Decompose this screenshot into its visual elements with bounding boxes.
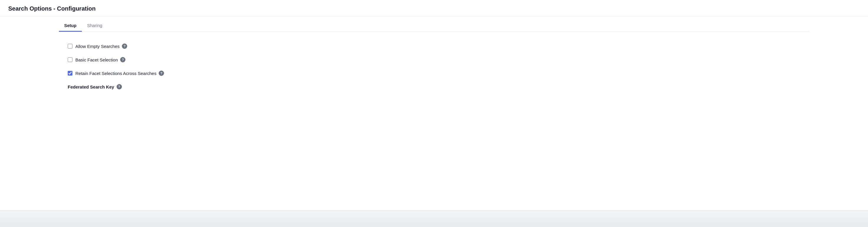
- basic-facet-selection-help-icon[interactable]: ?: [120, 57, 125, 62]
- federated-search-key-help-icon[interactable]: ?: [117, 84, 122, 89]
- retain-facet-selections-row: Retain Facet Selections Across Searches …: [68, 71, 800, 76]
- retain-facet-selections-checkbox[interactable]: [68, 71, 72, 76]
- footer-bar: [0, 211, 868, 227]
- allow-empty-searches-row: Allow Empty Searches ?: [68, 43, 800, 49]
- federated-search-key-row: Federated Search Key ?: [68, 84, 800, 89]
- allow-empty-searches-checkbox[interactable]: [68, 44, 72, 48]
- allow-empty-searches-help-icon[interactable]: ?: [122, 43, 127, 49]
- basic-facet-selection-checkbox[interactable]: [68, 57, 72, 62]
- retain-facet-selections-help-icon[interactable]: ?: [159, 71, 164, 76]
- allow-empty-searches-label: Allow Empty Searches: [75, 44, 120, 49]
- tab-sharing[interactable]: Sharing: [82, 20, 108, 32]
- federated-search-key-label: Federated Search Key: [68, 84, 114, 89]
- tabs-bar: Setup Sharing: [59, 16, 809, 32]
- tab-setup[interactable]: Setup: [59, 20, 82, 32]
- content-area: Setup Sharing Allow Empty Searches ? Bas…: [0, 16, 868, 110]
- basic-facet-selection-label: Basic Facet Selection: [75, 57, 118, 62]
- retain-facet-selections-label: Retain Facet Selections Across Searches: [75, 71, 156, 76]
- page-title: Search Options - Configuration: [8, 5, 860, 12]
- page-wrapper: Search Options - Configuration Setup Sha…: [0, 0, 868, 227]
- form-section: Allow Empty Searches ? Basic Facet Selec…: [59, 32, 809, 110]
- basic-facet-selection-row: Basic Facet Selection ?: [68, 57, 800, 62]
- page-header: Search Options - Configuration: [0, 0, 868, 16]
